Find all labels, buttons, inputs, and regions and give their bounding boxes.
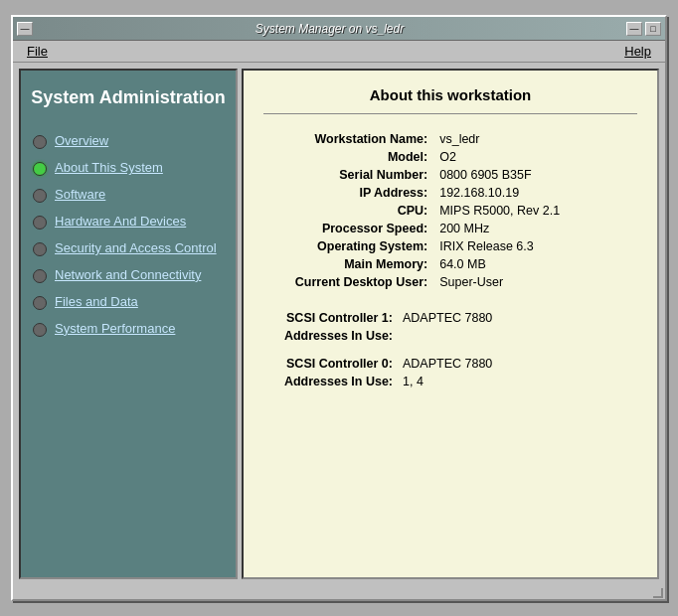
model-value: O2 [431,148,637,166]
cpu-value: MIPS R5000, Rev 2.1 [431,202,637,220]
content-divider [263,113,637,114]
window-menu-button[interactable]: — [17,22,33,36]
about-this-system-icon [33,162,47,176]
table-row: IP Address: 192.168.10.19 [263,184,637,202]
security-icon [33,242,47,256]
scsi0-controller-row: SCSI Controller 0: ADAPTEC 7880 [263,357,637,371]
processor-speed-label: Processor Speed: [263,220,431,237]
main-window: — System Manager on vs_ledr — □ File Hel… [11,15,667,601]
table-row: Operating System: IRIX Release 6.3 [263,237,637,255]
table-row: Model: O2 [263,148,637,166]
os-label: Operating System: [263,237,431,255]
file-menu[interactable]: File [21,42,54,61]
scsi0-controller-label: SCSI Controller 0: [263,357,393,371]
files-icon [33,296,47,310]
os-value: IRIX Release 6.3 [431,237,637,255]
desktop-user-value: Super-User [431,273,637,291]
table-row: Serial Number: 0800 6905 B35F [263,166,637,184]
menu-bar: File Help [13,41,665,63]
cpu-label: CPU: [263,202,431,220]
table-row: Current Desktop User: Super-User [263,273,637,291]
memory-label: Main Memory: [263,255,431,273]
serial-number-label: Serial Number: [263,166,431,184]
title-bar: — System Manager on vs_ledr — □ [13,17,665,41]
performance-icon [33,323,47,337]
model-label: Model: [263,148,431,166]
scsi1-addresses-label: Addresses In Use: [263,329,393,343]
security-label[interactable]: Security and Access Control [55,240,217,257]
network-label[interactable]: Network and Connectivity [55,267,201,284]
memory-value: 64.0 MB [431,255,637,273]
table-row: CPU: MIPS R5000, Rev 2.1 [263,202,637,220]
sidebar-item-overview[interactable]: Overview [31,129,226,154]
software-label[interactable]: Software [55,187,105,204]
scsi0-addresses-value: 1, 4 [397,375,424,388]
scsi0-addresses-row: Addresses In Use: 1, 4 [263,375,637,388]
ip-address-value: 192.168.10.19 [431,184,637,202]
window-controls: — □ [626,22,661,36]
about-this-system-label[interactable]: About This System [55,160,163,177]
sidebar: System Administration Overview About Thi… [19,69,238,579]
info-table: Workstation Name: vs_ledr Model: O2 Seri… [263,130,637,291]
minimize-button[interactable]: — [626,22,642,36]
sidebar-item-security[interactable]: Security and Access Control [31,236,226,261]
sidebar-item-hardware[interactable]: Hardware And Devices [31,210,226,234]
help-menu[interactable]: Help [618,42,657,61]
desktop-user-label: Current Desktop User: [263,273,431,291]
scsi1-controller-value: ADAPTEC 7880 [397,311,492,325]
software-icon [33,189,47,203]
content-panel: About this workstation Workstation Name:… [242,69,659,579]
sidebar-item-files[interactable]: Files and Data [31,290,226,315]
content-title: About this workstation [263,86,637,103]
workstation-name-label: Workstation Name: [263,130,431,148]
sidebar-item-performance[interactable]: System Performance [31,317,226,342]
maximize-button[interactable]: □ [645,22,661,36]
scsi0-controller-value: ADAPTEC 7880 [397,357,492,371]
scsi1-addresses-row: Addresses In Use: [263,329,637,343]
hardware-icon [33,216,47,230]
scsi-section-0: SCSI Controller 0: ADAPTEC 7880 Addresse… [263,357,637,388]
hardware-label[interactable]: Hardware And Devices [55,214,186,231]
overview-label[interactable]: Overview [55,133,108,150]
sidebar-item-software[interactable]: Software [31,183,226,208]
files-label[interactable]: Files and Data [55,294,138,311]
network-icon [33,269,47,283]
main-content: System Administration Overview About Thi… [13,63,665,585]
window-title: System Manager on vs_ledr [39,22,620,36]
performance-label[interactable]: System Performance [55,321,175,338]
sidebar-item-network[interactable]: Network and Connectivity [31,263,226,288]
table-row: Main Memory: 64.0 MB [263,255,637,273]
ip-address-label: IP Address: [263,184,431,202]
scsi-section-1: SCSI Controller 1: ADAPTEC 7880 Addresse… [263,311,637,343]
overview-icon [33,135,47,149]
scsi0-addresses-label: Addresses In Use: [263,375,393,388]
sidebar-items: Overview About This System Software Hard… [31,129,226,341]
sidebar-item-about-this-system[interactable]: About This System [31,156,226,181]
sidebar-title: System Administration [31,86,225,109]
scsi1-controller-row: SCSI Controller 1: ADAPTEC 7880 [263,311,637,325]
table-row: Processor Speed: 200 MHz [263,220,637,237]
scsi1-controller-label: SCSI Controller 1: [263,311,393,325]
serial-number-value: 0800 6905 B35F [431,166,637,184]
table-row: Workstation Name: vs_ledr [263,130,637,148]
resize-corner [13,585,665,599]
workstation-name-value: vs_ledr [431,130,637,148]
resize-icon [653,588,663,598]
scsi1-addresses-value [397,329,403,343]
processor-speed-value: 200 MHz [431,220,637,237]
